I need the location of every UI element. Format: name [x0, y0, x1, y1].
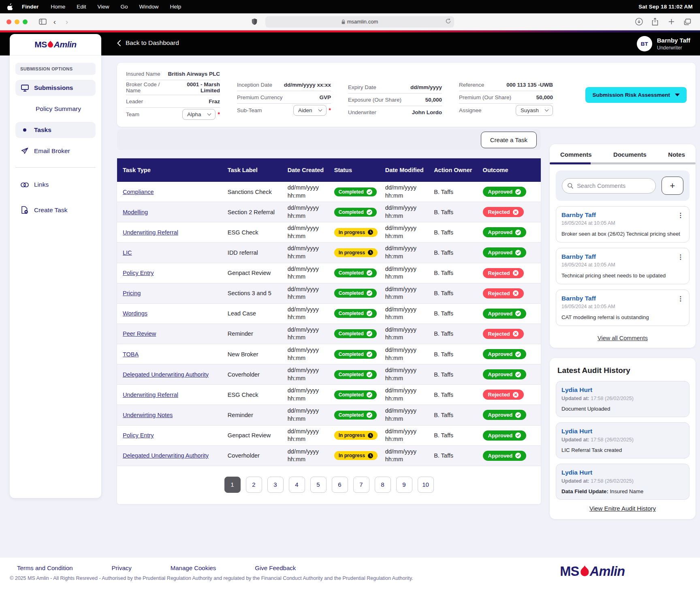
reload-icon[interactable] [446, 18, 451, 25]
user-name: Barnby Taff [657, 37, 690, 44]
task-type-link[interactable]: Underwirting Notes [123, 412, 173, 418]
task-type-link[interactable]: Wordings [123, 310, 147, 317]
task-type-link[interactable]: Pricing [123, 290, 141, 296]
tab-documents[interactable]: Documents [613, 151, 647, 158]
cell-date-modified: dd/mm/yyyyhh:mm [381, 364, 430, 385]
table-row: WordingsLead Casedd/mm/yyyyhh:mmComplete… [117, 303, 541, 324]
check-circle-icon [367, 351, 372, 357]
field-label: Expiry Date [348, 84, 376, 90]
badge-label: In progress [339, 250, 365, 256]
task-type-link[interactable]: TOBA [123, 351, 139, 358]
field-label: Insured Name [126, 71, 160, 77]
back-to-dashboard-link[interactable]: Back to Dashboard [117, 39, 179, 47]
address-bar[interactable]: msamlin.com [265, 16, 454, 28]
task-type-link[interactable]: Delegated Underwriting Authority [123, 371, 209, 378]
menu-item-home[interactable]: Home [51, 4, 65, 10]
sidebar-item-submissions[interactable]: Submissions [15, 80, 96, 96]
select-team[interactable]: Alpha [182, 109, 216, 120]
search-comments-input[interactable] [577, 183, 650, 189]
cell-status: In progress [330, 243, 381, 263]
task-type-link[interactable]: Delegated Underwriting Authority [123, 452, 209, 459]
privacy-shield-icon[interactable] [248, 16, 260, 28]
comment-author[interactable]: Barnby Taff [561, 295, 684, 302]
task-type-link[interactable]: Modelling [123, 209, 148, 215]
new-tab-icon[interactable] [665, 16, 677, 28]
footer-link-manage-cookies[interactable]: Manage Cookies [171, 564, 216, 571]
close-window-button[interactable] [6, 19, 11, 24]
footer-link-privacy[interactable]: Privacy [112, 564, 132, 571]
user-block[interactable]: BT Barnby Taff Underwriter [637, 36, 690, 51]
kebab-menu-icon[interactable]: ⋮ [677, 295, 684, 302]
sidebar-item-email-broker[interactable]: Email Broker [15, 143, 96, 159]
field-value: GVP [319, 94, 331, 100]
tab-notes[interactable]: Notes [668, 151, 685, 158]
sidebar-item-links[interactable]: Links [15, 177, 96, 193]
cell-action-owner: B. Taffs [430, 324, 478, 344]
field-expiry-date: Expiry Datedd/mm/yyyy [348, 81, 442, 94]
cell-status: Completed [330, 344, 381, 364]
menu-item-edit[interactable]: Edit [77, 4, 86, 10]
pagination-button-5[interactable]: 5 [310, 477, 327, 493]
share-icon[interactable] [649, 16, 661, 28]
sidebar-item-tasks[interactable]: Tasks [15, 122, 96, 138]
select-sub-team[interactable]: Aiden [293, 105, 327, 116]
menu-item-go[interactable]: Go [121, 4, 128, 10]
tab-comments[interactable]: Comments [560, 151, 592, 158]
audit-author[interactable]: Lydia Hurt [561, 428, 684, 435]
task-type-link[interactable]: Policy Entry [123, 432, 154, 439]
menu-item-help[interactable]: Help [170, 4, 181, 10]
pagination-button-10[interactable]: 10 [418, 477, 434, 493]
task-type-link[interactable]: Policy Entry [123, 270, 154, 276]
pagination-button-3[interactable]: 3 [267, 477, 284, 493]
minimize-window-button[interactable] [15, 19, 19, 24]
select-assignee[interactable]: Suyash [516, 105, 553, 116]
table-row: ComplianceSanctions Checkdd/mm/yyyyhh:mm… [117, 182, 541, 202]
create-task-button[interactable]: Create a Task [481, 132, 537, 148]
pagination-button-8[interactable]: 8 [375, 477, 391, 493]
pagination-button-2[interactable]: 2 [246, 477, 262, 493]
pagination-button-6[interactable]: 6 [332, 477, 348, 493]
sidebar-item-create-task[interactable]: Create Task [15, 202, 96, 218]
kebab-menu-icon[interactable]: ⋮ [677, 253, 684, 261]
chevron-left-icon [117, 40, 121, 46]
comment-search-box: + [556, 170, 689, 201]
submission-risk-assessment-button[interactable]: Submission Risk Assessment [585, 87, 687, 103]
kebab-menu-icon[interactable]: ⋮ [677, 211, 684, 219]
view-all-comments-link[interactable]: View all Comments [550, 331, 696, 348]
back-button[interactable]: ‹ [49, 16, 61, 28]
task-type-link[interactable]: Peer Review [123, 330, 156, 337]
comment-author[interactable]: Barnby Taff [561, 211, 684, 219]
pagination-button-4[interactable]: 4 [289, 477, 305, 493]
audit-author[interactable]: Lydia Hurt [561, 469, 684, 476]
apple-logo-icon[interactable] [7, 3, 13, 10]
zoom-window-button[interactable] [23, 19, 28, 24]
menu-app-name[interactable]: Finder [22, 4, 38, 10]
menu-item-window[interactable]: Window [139, 4, 159, 10]
comment-author[interactable]: Barnby Taff [561, 253, 684, 260]
downloads-icon[interactable] [633, 16, 645, 28]
footer-link-give-feedback[interactable]: Give Feedback [255, 564, 296, 571]
task-type-link[interactable]: LIC [123, 249, 132, 256]
search-comments-field[interactable] [562, 178, 656, 194]
pagination-button-7[interactable]: 7 [353, 477, 369, 493]
sidebar-toggle-icon[interactable] [36, 16, 49, 28]
audit-author[interactable]: Lydia Hurt [561, 386, 684, 394]
view-entire-audit-history-link[interactable]: View Enitre Audit History [556, 500, 689, 517]
pagination-button-9[interactable]: 9 [396, 477, 412, 493]
field-insured-name: Insured NameBritish Airways PLC [126, 68, 220, 80]
task-type-link[interactable]: Underwriting Referral [123, 392, 178, 398]
menu-item-view[interactable]: View [98, 4, 109, 10]
comment-text: CAT modelling referral is outstanding [561, 314, 684, 321]
sidebar-item-policy-summary[interactable]: Policy Summary [15, 101, 96, 117]
cell-task-type: Underwriting Referral [117, 222, 224, 243]
sidebar-item-label: Links [34, 181, 49, 188]
forward-button[interactable]: › [61, 16, 73, 28]
footer-link-terms-and-condition[interactable]: Terms and Condition [17, 564, 73, 571]
add-comment-button[interactable]: + [662, 177, 683, 195]
badge-label: Completed [339, 189, 364, 195]
task-type-link[interactable]: Underwriting Referral [123, 229, 178, 236]
tab-overview-icon[interactable] [681, 16, 694, 28]
task-type-link[interactable]: Compliance [123, 189, 154, 195]
cell-action-owner: B. Taffs [430, 364, 478, 385]
pagination-button-1[interactable]: 1 [224, 477, 241, 493]
